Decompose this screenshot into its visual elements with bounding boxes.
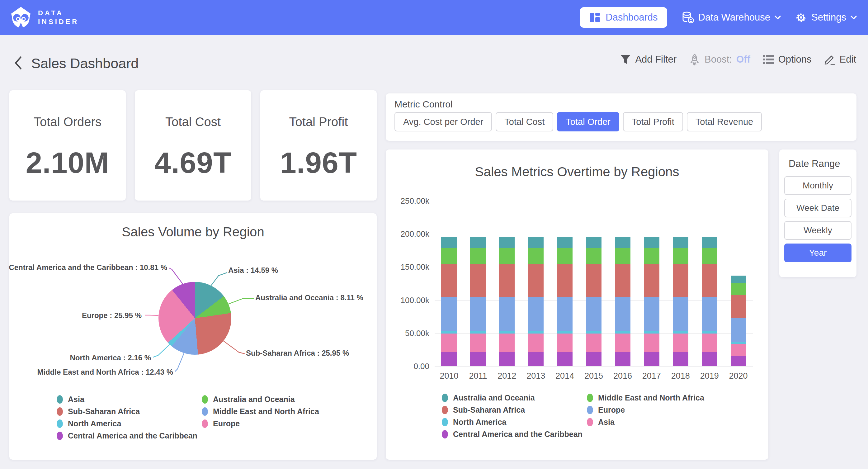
bar-segment-asia xyxy=(528,333,544,352)
metric-option-total-profit[interactable]: Total Profit xyxy=(623,112,683,131)
pie-chart-card: Sales Volume by Region Asia : 14.59 % Au… xyxy=(9,213,377,460)
bar-segment-north-america xyxy=(499,331,515,333)
pie-callout-middle-east-north-africa: Middle East and North Africa : 12.43 % xyxy=(37,368,173,377)
options-button[interactable]: Options xyxy=(763,54,812,65)
nav-data-warehouse[interactable]: Data Warehouse xyxy=(682,11,781,24)
date-range-option-week-date[interactable]: Week Date xyxy=(784,199,851,217)
bar-segment-sub-saharan-africa xyxy=(673,264,688,297)
bar-segment-europe xyxy=(586,297,601,330)
gridline xyxy=(435,234,753,234)
bar-segment-central-america-and-the-caribbean xyxy=(615,352,630,366)
date-range-option-year[interactable]: Year xyxy=(784,243,851,262)
boost-label: Boost: xyxy=(705,54,732,65)
kpi-label: Total Profit xyxy=(260,115,377,129)
legend-label: Australia and Oceania xyxy=(213,395,295,404)
bar-segment-middle-east-and-north-africa xyxy=(673,248,688,264)
bar-chart-card: Sales Metrics Overtime by Regions 250.00… xyxy=(386,149,768,460)
bar-segment-australia-and-oceania xyxy=(731,275,746,284)
metric-option-avg-cost-per-order[interactable]: Avg. Cost per Order xyxy=(395,112,492,131)
legend-dot xyxy=(57,395,63,404)
bar-segment-central-america-and-the-caribbean xyxy=(557,352,572,366)
bar-segment-sub-saharan-africa xyxy=(470,264,486,297)
edit-label: Edit xyxy=(840,54,856,65)
add-filter-label: Add Filter xyxy=(635,54,677,65)
bar-segment-middle-east-and-north-africa xyxy=(644,248,659,264)
legend-item-asia[interactable]: Asia xyxy=(587,416,732,428)
bar-segment-asia xyxy=(557,333,572,352)
bar-chart-title: Sales Metrics Overtime by Regions xyxy=(386,165,768,179)
x-axis-label: 2013 xyxy=(522,371,551,381)
edit-button[interactable]: Edit xyxy=(824,54,856,65)
legend-item-central-america-and-the-caribbean[interactable]: Central America and the Caribbean xyxy=(57,430,202,442)
bar-segment-middle-east-and-north-africa xyxy=(499,248,515,264)
pie-legend: AsiaSub-Saharan AfricaNorth AmericaCentr… xyxy=(57,393,347,442)
date-range-option-monthly[interactable]: Monthly xyxy=(784,176,851,195)
bar-segment-middle-east-and-north-africa xyxy=(470,248,486,264)
bar-segment-central-america-and-the-caribbean xyxy=(441,352,457,366)
legend-label: Central America and the Caribbean xyxy=(68,431,197,440)
metric-control-card: Metric Control Avg. Cost per OrderTotal … xyxy=(386,93,857,141)
legend-dot xyxy=(57,419,63,428)
bar-plot-area xyxy=(435,201,753,366)
legend-label: Europe xyxy=(598,406,625,414)
brand-logo[interactable]: DATA INSIDER xyxy=(10,6,79,29)
legend-dot xyxy=(442,393,448,402)
y-axis-label: 50.00k xyxy=(386,328,429,338)
bar-segment-australia-and-oceania xyxy=(441,237,457,248)
nav-data-warehouse-label: Data Warehouse xyxy=(698,12,770,23)
gridline xyxy=(435,201,753,201)
bar-segment-north-america xyxy=(615,331,630,333)
boost-toggle[interactable]: Boost: Off xyxy=(689,54,750,65)
metric-option-total-revenue[interactable]: Total Revenue xyxy=(687,112,762,131)
bar-segment-sub-saharan-africa xyxy=(702,264,717,297)
legend-item-sub-saharan-africa[interactable]: Sub-Saharan Africa xyxy=(57,406,202,418)
pie-callout-asia: Asia : 14.59 % xyxy=(228,266,278,275)
bar-segment-middle-east-and-north-africa xyxy=(557,248,572,264)
legend-item-middle-east-and-north-africa[interactable]: Middle East and North Africa xyxy=(202,406,347,418)
x-axis-label: 2018 xyxy=(666,371,695,381)
add-filter-button[interactable]: Add Filter xyxy=(620,54,677,65)
nav-dashboards-button[interactable]: Dashboards xyxy=(580,7,667,28)
nav-settings-label: Settings xyxy=(811,12,846,23)
kpi-card-total-profit: Total Profit 1.96T xyxy=(260,90,377,201)
page-title: Sales Dashboard xyxy=(31,55,138,71)
legend-item-sub-saharan-africa[interactable]: Sub-Saharan Africa xyxy=(442,404,587,416)
legend-item-europe[interactable]: Europe xyxy=(202,418,347,430)
bar-segment-middle-east-and-north-africa xyxy=(586,248,601,264)
legend-item-australia-and-oceania[interactable]: Australia and Oceania xyxy=(442,392,587,404)
legend-item-middle-east-and-north-africa[interactable]: Middle East and North Africa xyxy=(587,392,732,404)
back-button[interactable] xyxy=(12,56,24,70)
legend-item-central-america-and-the-caribbean[interactable]: Central America and the Caribbean xyxy=(442,428,587,440)
metric-option-total-cost[interactable]: Total Cost xyxy=(496,112,553,131)
bar-segment-australia-and-oceania xyxy=(673,237,688,248)
bar-segment-asia xyxy=(441,333,457,352)
bar-segment-central-america-and-the-caribbean xyxy=(673,352,688,366)
bar-segment-sub-saharan-africa xyxy=(644,264,659,297)
legend-dot xyxy=(202,395,208,404)
legend-item-north-america[interactable]: North America xyxy=(442,416,587,428)
legend-item-europe[interactable]: Europe xyxy=(587,404,732,416)
bar-segment-asia xyxy=(586,333,601,352)
legend-label: Asia xyxy=(68,395,84,404)
metric-option-total-order[interactable]: Total Order xyxy=(557,112,619,131)
date-range-title: Date Range xyxy=(788,158,840,169)
bar-segment-australia-and-oceania xyxy=(702,237,717,248)
options-label: Options xyxy=(778,54,812,65)
bar-segment-asia xyxy=(615,333,630,352)
date-range-card: Date Range MonthlyWeek DateWeeklyYear xyxy=(779,149,857,277)
bar-legend: Australia and OceaniaSub-Saharan AfricaN… xyxy=(442,392,732,440)
kpi-value: 1.96T xyxy=(260,146,377,180)
date-range-option-weekly[interactable]: Weekly xyxy=(784,221,851,240)
legend-item-asia[interactable]: Asia xyxy=(57,393,202,406)
legend-item-australia-and-oceania[interactable]: Australia and Oceania xyxy=(202,393,347,406)
bar-segment-north-america xyxy=(586,331,601,333)
legend-dot xyxy=(57,432,63,440)
bar-segment-sub-saharan-africa xyxy=(441,264,457,297)
legend-item-north-america[interactable]: North America xyxy=(57,418,202,430)
nav-settings[interactable]: Settings xyxy=(795,11,857,23)
bar-segment-north-america xyxy=(673,331,688,333)
date-range-buttons: MonthlyWeek DateWeeklyYear xyxy=(784,176,851,262)
bar-segment-sub-saharan-africa xyxy=(615,264,630,297)
legend-dot xyxy=(442,418,448,426)
bar-segment-asia xyxy=(499,333,515,352)
